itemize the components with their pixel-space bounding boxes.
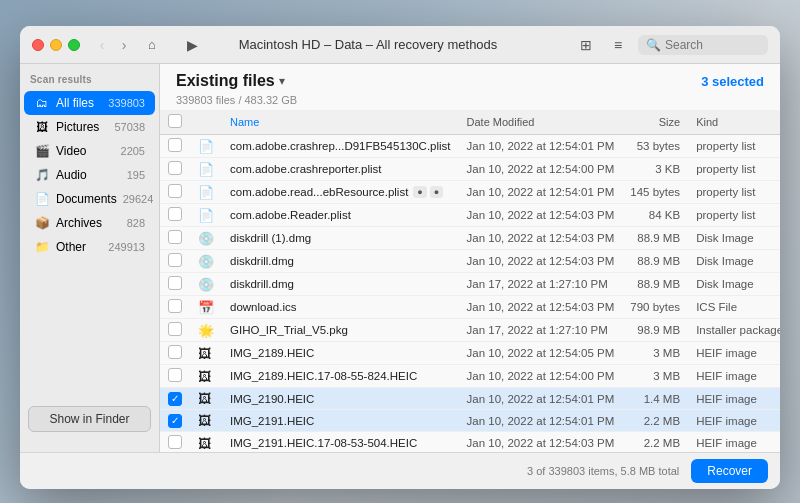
file-size: 2.2 MB bbox=[622, 410, 688, 432]
row-checkbox[interactable] bbox=[168, 253, 182, 267]
file-name: GIHO_IR_Trial_V5.pkg bbox=[230, 324, 348, 336]
file-kind: HEIF image bbox=[688, 410, 780, 432]
header-date[interactable]: Date Modified bbox=[459, 110, 623, 135]
sidebar: Scan results 🗂 All files 339803 🖼 Pictur… bbox=[20, 64, 160, 452]
file-title-chevron-icon[interactable]: ▾ bbox=[279, 74, 285, 88]
table-row[interactable]: 📄com.adobe.crashrep...D91FB545130C.plist… bbox=[160, 135, 780, 158]
sidebar-item-video[interactable]: 🎬 Video 2205 bbox=[24, 139, 155, 163]
sidebar-item-archives[interactable]: 📦 Archives 828 bbox=[24, 211, 155, 235]
file-name: IMG_2191.HEIC bbox=[230, 415, 314, 427]
header-size[interactable]: Size bbox=[622, 110, 688, 135]
row-checkbox[interactable] bbox=[168, 299, 182, 313]
file-name: IMG_2191.HEIC.17-08-53-504.HEIC bbox=[230, 437, 417, 449]
row-checkbox[interactable] bbox=[168, 207, 182, 221]
file-date: Jan 10, 2022 at 12:54:01 PM bbox=[459, 181, 623, 204]
file-type-icon: 🖼 bbox=[198, 369, 211, 384]
file-type-icon: 💿 bbox=[198, 277, 214, 292]
table-row[interactable]: 🖼IMG_2191.HEICJan 10, 2022 at 12:54:01 P… bbox=[160, 410, 780, 432]
file-kind: property list bbox=[688, 181, 780, 204]
table-row[interactable]: 📄com.adobe.crashreporter.plistJan 10, 20… bbox=[160, 158, 780, 181]
file-type-icon: 🌟 bbox=[198, 323, 214, 338]
header-name[interactable]: Name bbox=[222, 110, 459, 135]
file-kind: ICS File bbox=[688, 296, 780, 319]
other-icon: 📁 bbox=[34, 239, 50, 255]
file-kind: Disk Image bbox=[688, 227, 780, 250]
sidebar-label-audio: Audio bbox=[56, 168, 121, 182]
table-row[interactable]: 💿diskdrill.dmgJan 10, 2022 at 12:54:03 P… bbox=[160, 250, 780, 273]
row-checkbox[interactable] bbox=[168, 368, 182, 382]
table-row[interactable]: 🖼IMG_2189.HEIC.17-08-55-824.HEICJan 10, … bbox=[160, 365, 780, 388]
sidebar-label-pictures: Pictures bbox=[56, 120, 108, 134]
file-name: com.adobe.read...ebResource.plist bbox=[230, 186, 408, 198]
file-date: Jan 17, 2022 at 1:27:10 PM bbox=[459, 273, 623, 296]
maximize-button[interactable] bbox=[68, 39, 80, 51]
row-checkbox[interactable] bbox=[168, 184, 182, 198]
header-check[interactable] bbox=[160, 110, 190, 135]
search-icon: 🔍 bbox=[646, 38, 661, 52]
file-kind: HEIF image bbox=[688, 365, 780, 388]
home-button[interactable]: ⌂ bbox=[142, 35, 162, 55]
row-checkbox[interactable] bbox=[168, 414, 182, 428]
file-kind: HEIF image bbox=[688, 342, 780, 365]
app-window: ‹ › ⌂ ▶ Macintosh HD – Data – All recove… bbox=[20, 26, 780, 489]
sidebar-count-archives: 828 bbox=[127, 217, 145, 229]
play-button[interactable]: ▶ bbox=[180, 33, 204, 57]
file-name: IMG_2189.HEIC.17-08-55-824.HEIC bbox=[230, 370, 417, 382]
show-in-finder-button[interactable]: Show in Finder bbox=[28, 406, 151, 432]
file-title: Existing files bbox=[176, 72, 275, 90]
recover-button[interactable]: Recover bbox=[691, 459, 768, 483]
row-checkbox[interactable] bbox=[168, 230, 182, 244]
table-row[interactable]: 💿diskdrill.dmgJan 17, 2022 at 1:27:10 PM… bbox=[160, 273, 780, 296]
table-row[interactable]: 🖼IMG_2190.HEICJan 10, 2022 at 12:54:01 P… bbox=[160, 388, 780, 410]
table-row[interactable]: 🖼IMG_2189.HEICJan 10, 2022 at 12:54:05 P… bbox=[160, 342, 780, 365]
select-all-checkbox[interactable] bbox=[168, 114, 182, 128]
audio-icon: 🎵 bbox=[34, 167, 50, 183]
table-row[interactable]: 📅download.icsJan 10, 2022 at 12:54:03 PM… bbox=[160, 296, 780, 319]
close-button[interactable] bbox=[32, 39, 44, 51]
sidebar-item-pictures[interactable]: 🖼 Pictures 57038 bbox=[24, 115, 155, 139]
file-name: IMG_2190.HEIC bbox=[230, 393, 314, 405]
search-input[interactable] bbox=[665, 38, 760, 52]
sidebar-label-documents: Documents bbox=[56, 192, 117, 206]
header-kind[interactable]: Kind bbox=[688, 110, 780, 135]
traffic-lights bbox=[32, 39, 80, 51]
file-date: Jan 10, 2022 at 12:54:03 PM bbox=[459, 250, 623, 273]
sidebar-count-documents: 29624 bbox=[123, 193, 154, 205]
table-row[interactable]: 🖼IMG_2191.HEIC.17-08-53-504.HEICJan 10, … bbox=[160, 432, 780, 453]
grid-view-button[interactable]: ⊞ bbox=[574, 33, 598, 57]
file-name: diskdrill (1).dmg bbox=[230, 232, 311, 244]
table-row[interactable]: 💿diskdrill (1).dmgJan 10, 2022 at 12:54:… bbox=[160, 227, 780, 250]
sidebar-label-video: Video bbox=[56, 144, 115, 158]
row-checkbox[interactable] bbox=[168, 345, 182, 359]
file-type-icon: 🖼 bbox=[198, 413, 211, 428]
sidebar-item-all-files[interactable]: 🗂 All files 339803 bbox=[24, 91, 155, 115]
forward-button[interactable]: › bbox=[114, 35, 134, 55]
file-size: 88.9 MB bbox=[622, 250, 688, 273]
sidebar-count-audio: 195 bbox=[127, 169, 145, 181]
file-badge: ● bbox=[430, 186, 443, 198]
table-row[interactable]: 🌟GIHO_IR_Trial_V5.pkgJan 17, 2022 at 1:2… bbox=[160, 319, 780, 342]
table-row[interactable]: 📄com.adobe.read...ebResource.plist●●Jan … bbox=[160, 181, 780, 204]
row-checkbox[interactable] bbox=[168, 161, 182, 175]
row-checkbox[interactable] bbox=[168, 322, 182, 336]
table-row[interactable]: 📄com.adobe.Reader.plistJan 10, 2022 at 1… bbox=[160, 204, 780, 227]
file-type-icon: 📄 bbox=[198, 139, 214, 154]
sidebar-item-audio[interactable]: 🎵 Audio 195 bbox=[24, 163, 155, 187]
filter-button[interactable]: ≡ bbox=[606, 33, 630, 57]
footer-status-text: 3 of 339803 items, 5.8 MB total bbox=[32, 465, 679, 477]
sidebar-item-other[interactable]: 📁 Other 249913 bbox=[24, 235, 155, 259]
back-button[interactable]: ‹ bbox=[92, 35, 112, 55]
file-kind: Disk Image bbox=[688, 250, 780, 273]
row-checkbox[interactable] bbox=[168, 392, 182, 406]
toolbar-right: ⊞ ≡ 🔍 bbox=[574, 33, 768, 57]
file-subtitle: 339803 files / 483.32 GB bbox=[160, 94, 780, 110]
sidebar-item-documents[interactable]: 📄 Documents 29624 bbox=[24, 187, 155, 211]
sidebar-count-video: 2205 bbox=[121, 145, 145, 157]
minimize-button[interactable] bbox=[50, 39, 62, 51]
file-date: Jan 10, 2022 at 12:54:05 PM bbox=[459, 342, 623, 365]
row-checkbox[interactable] bbox=[168, 435, 182, 449]
row-checkbox[interactable] bbox=[168, 138, 182, 152]
selected-count-badge: 3 selected bbox=[701, 74, 764, 89]
table-container[interactable]: Name Date Modified Size Kind 📄com.adobe.… bbox=[160, 110, 780, 452]
row-checkbox[interactable] bbox=[168, 276, 182, 290]
